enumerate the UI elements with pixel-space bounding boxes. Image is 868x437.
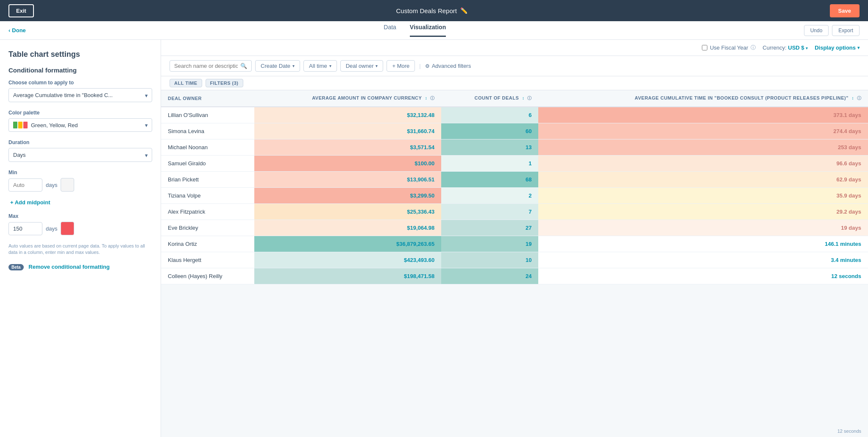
undo-button[interactable]: Undo xyxy=(804,25,829,36)
filters-count-tag[interactable]: FILTERS (3) xyxy=(206,79,243,87)
count-cell: 27 xyxy=(441,220,538,236)
table-header-row: DEAL OWNER AVERAGE AMOUNT IN COMPANY CUR… xyxy=(161,90,868,107)
exit-button[interactable]: Exit xyxy=(8,4,34,17)
export-button[interactable]: Export xyxy=(832,25,860,36)
owner-cell: Michael Noonan xyxy=(161,139,254,156)
duration-label: Duration xyxy=(8,139,152,145)
avg-time-column-header[interactable]: AVERAGE CUMULATIVE TIME IN "BOOKED CONSU… xyxy=(538,90,868,107)
yellow-swatch xyxy=(18,122,22,128)
all-time-filter-button[interactable]: All time ▾ xyxy=(303,60,337,72)
create-date-filter-button[interactable]: Create Date ▾ xyxy=(255,60,300,72)
advanced-filters-label: Advanced filters xyxy=(432,63,471,69)
deal-owner-chevron-icon: ▾ xyxy=(376,64,378,68)
main-layout: Table chart settings Conditional formatt… xyxy=(0,40,868,437)
currency-container: Currency: USD $ ▾ xyxy=(762,45,808,51)
duration-select[interactable]: Days xyxy=(8,148,152,162)
count-cell: 68 xyxy=(441,172,538,188)
add-midpoint-button[interactable]: + Add midpoint xyxy=(8,199,152,206)
right-panel: Use Fiscal Year ⓘ Currency: USD $ ▾ Disp… xyxy=(161,40,868,437)
min-color-box[interactable] xyxy=(61,178,74,192)
search-input[interactable] xyxy=(174,63,238,69)
tab-data[interactable]: Data xyxy=(384,24,396,37)
deal-owner-filter-button[interactable]: Deal owner ▾ xyxy=(340,60,384,72)
avg-amount-info-icon: ⓘ xyxy=(430,96,435,100)
deal-owner-column-header[interactable]: DEAL OWNER xyxy=(161,90,254,107)
amount-cell: $31,660.74 xyxy=(254,123,441,139)
fiscal-year-label: Use Fiscal Year xyxy=(710,45,748,51)
table-row: Colleen (Hayes) Reilly $198,471.58 24 12… xyxy=(161,268,868,284)
advanced-filters-button[interactable]: ⚙ Advanced filters xyxy=(425,63,471,69)
avg-amount-column-header[interactable]: AVERAGE AMOUNT IN COMPANY CURRENCY ↕ ⓘ xyxy=(254,90,441,107)
color-palette-select[interactable]: Green, Yellow, Red xyxy=(8,118,152,132)
min-input[interactable] xyxy=(8,178,42,192)
duration-select-wrapper: Days ▾ xyxy=(8,148,152,162)
avg-time-info-icon: ⓘ xyxy=(857,96,862,100)
count-sort-icon: ↕ xyxy=(522,96,525,100)
second-nav: ‹ Done Data Visualization Undo Export xyxy=(0,21,868,40)
remove-formatting-button[interactable]: Remove conditional formatting xyxy=(28,264,109,270)
all-time-tag[interactable]: ALL TIME xyxy=(170,79,202,87)
color-swatch xyxy=(13,122,28,128)
display-options-button[interactable]: Display options ▾ xyxy=(815,45,860,51)
table-row: Alex Fitzpatrick $25,336.43 7 29.2 days xyxy=(161,204,868,220)
count-cell: 10 xyxy=(441,252,538,268)
amount-cell: $13,906.51 xyxy=(254,172,441,188)
count-cell: 13 xyxy=(441,139,538,156)
panel-title: Table chart settings xyxy=(8,50,152,59)
report-title-container: Custom Deals Report ✏️ xyxy=(396,7,467,14)
table-row: Michael Noonan $3,571.54 13 253 days xyxy=(161,139,868,156)
amount-cell: $423,493.60 xyxy=(254,252,441,268)
pencil-icon[interactable]: ✏️ xyxy=(460,7,467,14)
max-input[interactable] xyxy=(8,222,42,235)
search-box[interactable]: 🔍 xyxy=(170,60,252,72)
avg-amount-sort-icon: ↕ xyxy=(425,96,428,100)
max-color-box[interactable] xyxy=(61,222,74,235)
left-panel: Table chart settings Conditional formatt… xyxy=(0,40,161,437)
column-select-wrapper: Average Cumulative time in "Booked C... … xyxy=(8,88,152,102)
more-label: + More xyxy=(392,63,409,69)
done-link[interactable]: ‹ Done xyxy=(8,27,26,33)
time-cell: 373.1 days xyxy=(538,107,868,123)
search-icon: 🔍 xyxy=(240,63,247,69)
owner-cell: Brian Pickett xyxy=(161,172,254,188)
data-table: DEAL OWNER AVERAGE AMOUNT IN COMPANY CUR… xyxy=(161,90,868,284)
create-date-label: Create Date xyxy=(261,63,290,69)
count-cell: 7 xyxy=(441,204,538,220)
fiscal-year-container: Use Fiscal Year ⓘ xyxy=(702,44,756,51)
table-area: DEAL OWNER AVERAGE AMOUNT IN COMPANY CUR… xyxy=(161,90,868,437)
all-time-label: All time xyxy=(309,63,327,69)
color-palette-select-wrapper: Green, Yellow, Red ▾ xyxy=(8,118,152,132)
more-filters-button[interactable]: + More xyxy=(387,60,415,72)
table-row: Eve Brickley $19,064.98 27 19 days xyxy=(161,220,868,236)
time-cell: 146.1 minutes xyxy=(538,236,868,252)
tab-visualization[interactable]: Visualization xyxy=(410,24,446,37)
tabs-container: Data Visualization xyxy=(384,24,446,37)
color-palette-label: Color palette xyxy=(8,110,152,116)
currency-value[interactable]: USD $ xyxy=(788,45,804,51)
save-button[interactable]: Save xyxy=(830,4,860,17)
count-deals-column-header[interactable]: COUNT OF DEALS ↕ ⓘ xyxy=(441,90,538,107)
time-cell: 62.9 days xyxy=(538,172,868,188)
count-cell: 24 xyxy=(441,268,538,284)
time-cell: 96.6 days xyxy=(538,156,868,172)
currency-static-label: Currency: xyxy=(762,45,786,51)
green-swatch xyxy=(13,122,17,128)
table-row: Lillian O'Sullivan $32,132.48 6 373.1 da… xyxy=(161,107,868,123)
amount-cell: $3,299.50 xyxy=(254,188,441,204)
min-group: Min days xyxy=(8,170,152,192)
column-select-group: Choose column to apply to Average Cumula… xyxy=(8,80,152,102)
color-palette-value: Green, Yellow, Red xyxy=(31,122,78,128)
table-row: Simona Levina $31,660.74 60 274.4 days xyxy=(161,123,868,139)
amount-cell: $19,064.98 xyxy=(254,220,441,236)
report-title-text: Custom Deals Report xyxy=(396,7,457,14)
column-select[interactable]: Average Cumulative time in "Booked C... xyxy=(8,88,152,102)
fiscal-year-checkbox[interactable] xyxy=(702,45,707,50)
beta-badge: Beta xyxy=(8,264,24,270)
table-row: Klaus Hergett $423,493.60 10 3.4 minutes xyxy=(161,252,868,268)
count-cell: 19 xyxy=(441,236,538,252)
time-cell: 274.4 days xyxy=(538,123,868,139)
owner-cell: Simona Levina xyxy=(161,123,254,139)
owner-cell: Alex Fitzpatrick xyxy=(161,204,254,220)
currency-chevron-icon[interactable]: ▾ xyxy=(806,46,808,50)
time-cell: 12 seconds xyxy=(538,268,868,284)
